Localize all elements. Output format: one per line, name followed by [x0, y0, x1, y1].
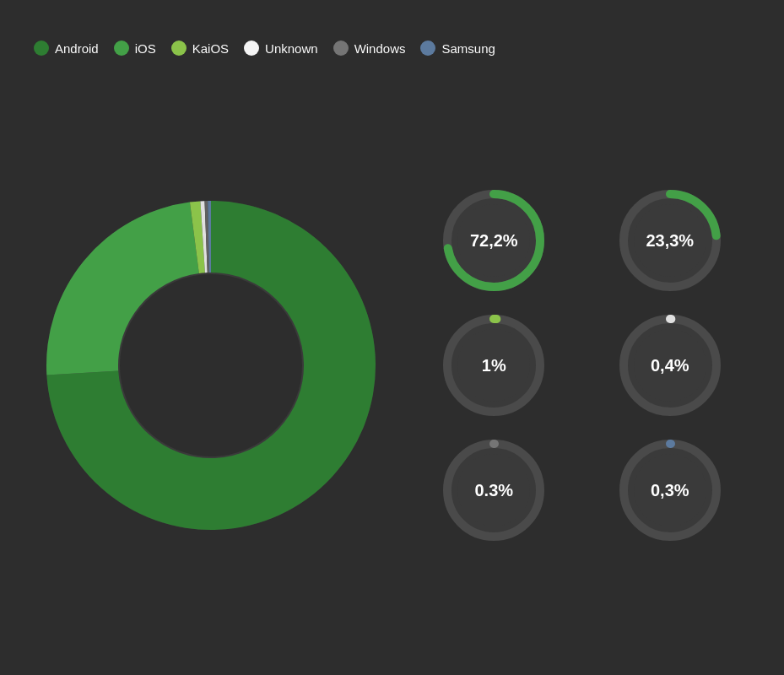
mini-chart-0: 72,2% [439, 186, 549, 295]
page-container: AndroidiOSKaiOSUnknownWindowsSamsung 72,… [0, 0, 784, 675]
mini-chart-5: 0,3% [615, 435, 725, 545]
mini-chart-3: 0,4% [615, 310, 725, 420]
svg-point-1 [120, 274, 302, 456]
mini-chart-label: 0.3% [474, 481, 513, 500]
mini-chart-2: 1% [439, 310, 549, 420]
legend-dot [114, 40, 129, 56]
donut-chart [34, 184, 388, 547]
mini-chart-label: 0,4% [651, 356, 689, 375]
legend-dot [171, 40, 187, 56]
legend-dot [420, 40, 435, 56]
mini-chart-label: 0,3% [651, 481, 689, 500]
legend-item-kaios: KaiOS [171, 40, 229, 56]
legend-item-unknown: Unknown [244, 40, 318, 56]
legend-label: Windows [354, 41, 406, 56]
mini-chart-label: 23,3% [646, 231, 694, 251]
legend-item-windows: Windows [333, 40, 406, 56]
legend-item-ios: iOS [114, 40, 156, 56]
mini-chart-label: 72,2% [470, 231, 518, 251]
legend-label: Unknown [265, 41, 318, 56]
legend-label: Samsung [441, 41, 495, 56]
mini-chart-label: 1% [482, 356, 506, 375]
mini-chart-1: 23,3% [615, 186, 725, 295]
legend-dot [244, 40, 259, 56]
main-content: 72,2% 23,3% 1% 0, [34, 81, 750, 650]
legend-item-android: Android [34, 40, 99, 56]
mini-chart-4: 0.3% [439, 435, 549, 545]
legend-dot [333, 40, 349, 56]
legend-label: Android [55, 41, 99, 56]
legend: AndroidiOSKaiOSUnknownWindowsSamsung [34, 40, 750, 56]
legend-label: KaiOS [192, 41, 229, 56]
mini-charts-grid: 72,2% 23,3% 1% 0, [414, 186, 750, 545]
legend-dot [34, 40, 49, 56]
legend-label: iOS [135, 41, 156, 56]
legend-item-samsung: Samsung [420, 40, 495, 56]
